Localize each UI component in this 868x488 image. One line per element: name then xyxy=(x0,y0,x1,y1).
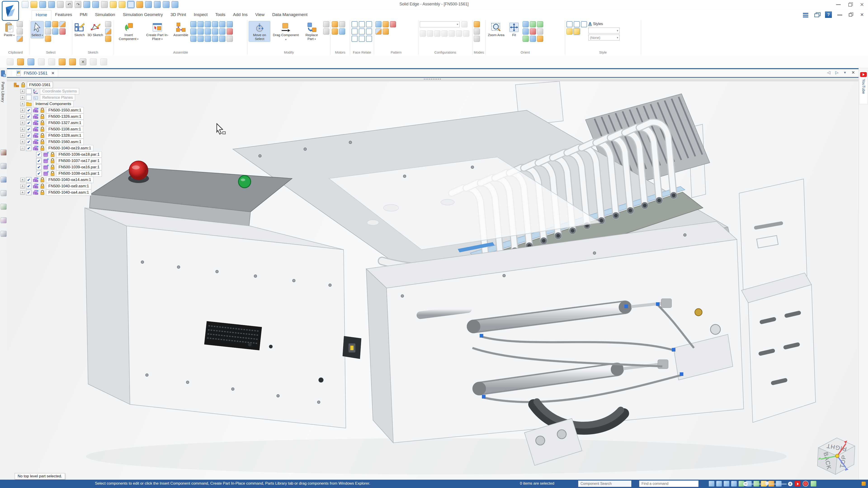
coplanar-icon[interactable] xyxy=(351,21,358,27)
tab-inspect[interactable]: Inspect xyxy=(190,10,211,20)
pathfinder-item-label[interactable]: FN500-1328.asm:1 xyxy=(46,132,84,139)
select-box-icon[interactable] xyxy=(59,21,66,27)
visibility-checkbox[interactable] xyxy=(26,184,31,189)
close-tab-icon[interactable]: ✕ xyxy=(851,70,855,75)
configuration-save-icon[interactable] xyxy=(461,21,467,27)
clear-clip-icon[interactable] xyxy=(530,36,536,42)
center-plane-icon[interactable] xyxy=(219,36,225,42)
offset-faces-icon[interactable] xyxy=(366,36,372,42)
perpendicular-icon[interactable] xyxy=(351,36,358,42)
concentric-icon[interactable] xyxy=(359,21,365,27)
pathfinder-item-label[interactable]: FN500-1037-oa17.par:1 xyxy=(56,158,102,164)
rotate-cube-icon[interactable] xyxy=(530,21,536,27)
youtube-icon[interactable] xyxy=(795,481,801,487)
tab-list-icon[interactable]: ▼ xyxy=(843,71,846,74)
select-priority-icon[interactable] xyxy=(52,21,58,27)
layers-icon[interactable] xyxy=(1,177,6,183)
move-sketch-icon[interactable] xyxy=(105,29,111,35)
visibility-checkbox[interactable] xyxy=(26,95,31,100)
tangent-icon[interactable] xyxy=(190,36,196,42)
tab-simulation-geometry[interactable]: Simulation Geometry xyxy=(119,10,166,20)
fit-button[interactable]: Fit xyxy=(507,21,521,38)
coincident-icon[interactable] xyxy=(359,29,365,35)
corner-grip-icon[interactable] xyxy=(862,482,866,486)
zoom-slider-thumb[interactable] xyxy=(765,482,769,486)
connect-icon[interactable] xyxy=(205,29,211,35)
expand-icon[interactable]: + xyxy=(20,96,25,100)
move-on-select-button[interactable]: Move on Select xyxy=(249,21,270,41)
style-combo[interactable] xyxy=(588,28,620,33)
follow-path-icon[interactable] xyxy=(383,21,389,27)
zone-icon[interactable] xyxy=(463,31,469,37)
pan-icon[interactable] xyxy=(523,29,529,35)
pathfinder-item-label[interactable]: FN500-1040-oa9.asm:1 xyxy=(46,183,91,189)
expand-icon[interactable]: + xyxy=(20,127,25,131)
configuration-list-icon[interactable] xyxy=(427,31,433,37)
adjust-icon[interactable] xyxy=(474,29,480,35)
selection-grid-icon[interactable] xyxy=(59,59,66,65)
tab-features[interactable]: Features xyxy=(51,10,76,20)
insert-relation-icon[interactable] xyxy=(197,29,204,35)
expand-icon[interactable]: + xyxy=(20,178,25,182)
view-overrides-icon[interactable] xyxy=(537,36,543,42)
configuration-combo[interactable] xyxy=(420,22,460,27)
variable-table-icon[interactable] xyxy=(136,1,143,8)
tab-home[interactable]: Home xyxy=(32,10,51,20)
pan-icon[interactable] xyxy=(731,481,737,487)
save-configuration-icon[interactable] xyxy=(441,31,447,37)
spin-about-icon[interactable] xyxy=(530,29,536,35)
feature-playback-icon[interactable] xyxy=(1,204,6,210)
view-cube[interactable]: RIGHT BACK TOP xyxy=(811,434,859,478)
sketch-button[interactable]: Sketch xyxy=(74,21,86,38)
drag-component-button[interactable]: Drag Component xyxy=(272,21,300,42)
match-coordinate-icon[interactable] xyxy=(219,21,225,27)
expand-icon[interactable]: + xyxy=(20,184,25,188)
axial-align-icon[interactable] xyxy=(197,21,204,27)
assemble-button[interactable]: Assemble xyxy=(173,21,189,38)
insert-component-button[interactable]: Insert Component xyxy=(115,21,142,42)
expand-option-icon[interactable] xyxy=(49,59,55,65)
save-settings-icon[interactable] xyxy=(38,59,45,65)
wireframe-cube-icon[interactable] xyxy=(566,21,572,27)
expand-icon[interactable]: + xyxy=(20,115,25,119)
close-button[interactable] xyxy=(859,2,865,7)
part-cube-icon[interactable] xyxy=(110,1,117,8)
flash-fit-icon[interactable] xyxy=(190,21,196,27)
component-blocks-icon[interactable] xyxy=(101,1,108,8)
parallel-icon[interactable] xyxy=(212,21,218,27)
visible-edge-cube-icon[interactable] xyxy=(581,21,587,27)
parts-library-tab[interactable]: Parts Library xyxy=(1,82,5,102)
previous-tab-icon[interactable]: ◁ xyxy=(827,70,830,75)
component-search-input[interactable] xyxy=(578,481,631,487)
family-of-assemblies-icon[interactable] xyxy=(1,150,6,156)
pathfinder-item-label[interactable]: FN500-1561 xyxy=(27,82,53,88)
pathfinder-item-label[interactable]: FN500-1560.asm:1 xyxy=(46,139,84,145)
wireframe-cube-icon[interactable] xyxy=(127,1,134,8)
visibility-checkbox[interactable] xyxy=(26,133,31,138)
mirror-icon[interactable] xyxy=(390,21,396,27)
panel-splitter[interactable]: •••••••••• xyxy=(7,78,859,82)
undo-icon[interactable]: ↶ xyxy=(66,1,72,8)
zoom-out-icon[interactable]: − xyxy=(743,482,748,486)
copy-list-icon[interactable] xyxy=(100,59,107,65)
equal-radius-icon[interactable] xyxy=(366,29,372,35)
select-box-icon[interactable] xyxy=(172,1,178,8)
visibility-checkbox[interactable] xyxy=(26,127,31,132)
visibility-checkbox[interactable] xyxy=(36,171,41,176)
visibility-checkbox[interactable] xyxy=(26,89,31,94)
save-as-icon[interactable] xyxy=(39,1,46,8)
app-button[interactable] xyxy=(2,1,19,21)
pathfinder-item-label[interactable]: FN500-1550.asm:1 xyxy=(46,107,84,113)
doc-close-icon[interactable] xyxy=(859,12,866,18)
zoom-slider[interactable]: − + xyxy=(743,482,793,486)
expand-icon[interactable]: + xyxy=(20,191,25,195)
redo-icon[interactable]: ↷ xyxy=(74,1,81,8)
tab-data-management[interactable]: Data Management xyxy=(268,10,311,20)
visibility-checkbox[interactable] xyxy=(26,114,31,119)
refresh-icon[interactable] xyxy=(523,36,529,42)
document-tab[interactable]: FN500-1561 ✕ xyxy=(12,69,58,77)
select-drag-icon[interactable] xyxy=(154,1,161,8)
rigid-icon[interactable] xyxy=(212,36,218,42)
pathfinder-item-label[interactable]: FN500-1108.asm:1 xyxy=(46,126,83,132)
parallel-faces-icon[interactable] xyxy=(351,29,358,35)
